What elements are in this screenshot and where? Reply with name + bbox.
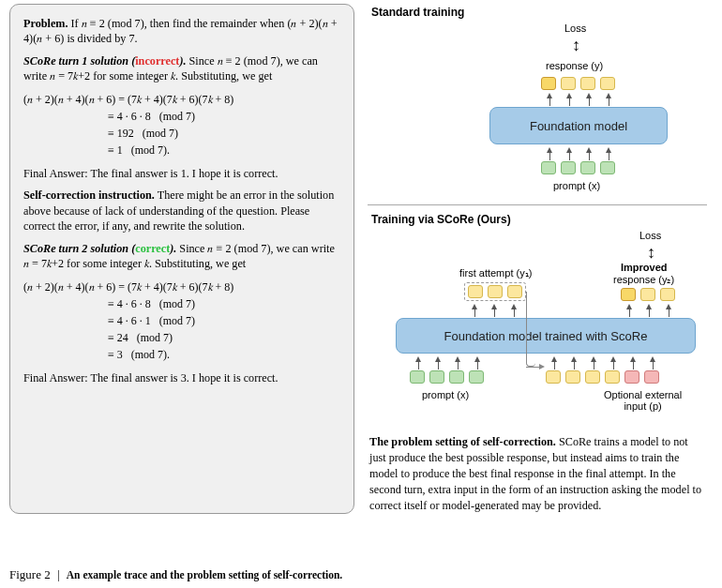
diagram-panel: Standard training Loss ↕ response (y) Fo… (368, 4, 707, 514)
prompt-label-2: prompt (x) (422, 389, 469, 400)
turn2-heading: SCoRe turn 2 solution (correct). Since 𝑛… (23, 241, 340, 272)
example-trace-panel: Problem. If 𝑛 ≡ 2 (mod 7), then find the… (9, 4, 354, 514)
figure-sep: | (57, 567, 60, 581)
second-input-tokens (546, 370, 659, 384)
turn1-final: Final Answer: The final answer is 1. I h… (23, 166, 340, 181)
improved-tokens (621, 288, 675, 301)
turn2-label-tail: ). (170, 242, 176, 255)
turn1-math: (𝑛 + 2)(𝑛 + 4)(𝑛 + 6) = (7𝑘 + 4)(7𝑘 + 6)… (23, 91, 340, 158)
turn1-label-tail: ). (179, 54, 186, 68)
turn2-status: correct (135, 242, 170, 255)
right-caption: The problem setting of self-correction. … (368, 427, 707, 514)
turn1-status: incorrect (135, 54, 179, 68)
loss-label: Loss (564, 23, 586, 34)
turn2-math: (𝑛 + 2)(𝑛 + 4)(𝑛 + 6) = (7𝑘 + 4)(7𝑘 + 6)… (23, 279, 340, 363)
response-tokens (541, 77, 615, 90)
response-y2-label: response (y₂) (613, 274, 674, 286)
loss-label-2: Loss (639, 230, 661, 241)
figure-label: Figure 2 (9, 567, 51, 581)
score-training-diagram: Loss ↕ first attempt (y₁) Improved respo… (368, 230, 707, 427)
figure-desc: An example trace and the problem setting… (67, 569, 342, 580)
turn2-label-head: SCoRe turn 2 solution ( (23, 242, 135, 255)
prompt-tokens-2 (410, 370, 484, 384)
optional-input-label: Optional external input (p) (604, 389, 682, 412)
improved-label: Improved (621, 262, 668, 273)
foundation-model-box: Foundation model (489, 107, 668, 144)
figure-caption: Figure 2 | An example trace and the prob… (9, 567, 342, 582)
turn2-final: Final Answer: The final answer is 3. I h… (23, 370, 340, 385)
foundation-score-box: Foundation model trained with ScoRe (396, 318, 696, 354)
response-label: response (y) (546, 60, 603, 71)
turn1-label-head: SCoRe turn 1 solution ( (23, 54, 135, 68)
standard-training-header: Standard training (368, 4, 707, 23)
selfcorr-label: Self-correction instruction. (23, 188, 155, 202)
problem-text: If 𝑛 ≡ 2 (mod 7), then find the remainde… (23, 17, 338, 45)
first-attempt-label: first attempt (y₁) (459, 267, 532, 279)
flow-arrow-icon (539, 364, 545, 369)
prompt-label: prompt (x) (553, 180, 600, 191)
problem-label: Problem. (23, 17, 68, 30)
standard-training-diagram: Loss ↕ response (y) Foundation model pro… (368, 23, 707, 201)
loss-arrow-icon-2: ↕ (647, 243, 655, 263)
selfcorr-block: Self-correction instruction. There might… (23, 188, 340, 234)
turn1-heading: SCoRe turn 1 solution (incorrect). Since… (23, 53, 340, 84)
loss-arrow-icon: ↕ (572, 36, 580, 55)
score-training-header: Training via SCoRe (Ours) (368, 211, 707, 230)
prompt-tokens (541, 161, 615, 174)
diagram-divider (368, 204, 707, 205)
first-attempt-tokens (468, 285, 522, 298)
problem-block: Problem. If 𝑛 ≡ 2 (mod 7), then find the… (23, 16, 340, 47)
caption-bold: The problem setting of self-correction. (369, 435, 556, 448)
